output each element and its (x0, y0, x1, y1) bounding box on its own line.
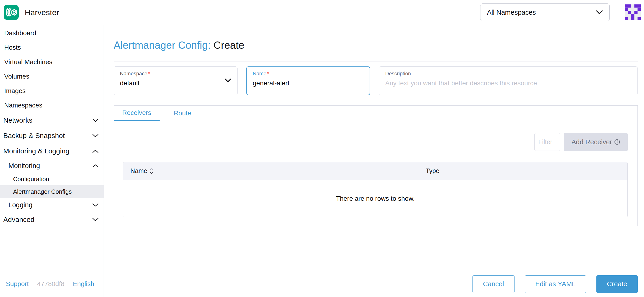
sidebar-group-backup-snapshot[interactable]: Backup & Snapshot (0, 128, 104, 143)
action-bar: Cancel Edit as YAML Create (104, 271, 644, 297)
receivers-panel: Add Receiver Name Type There are no rows… (114, 121, 638, 217)
config-tab-panel: Receivers Route Add Receiver Name (114, 105, 638, 226)
namespace-filter-value: All Namespaces (487, 9, 536, 16)
sidebar-group-logging[interactable]: Logging (0, 198, 104, 212)
create-button[interactable]: Create (596, 275, 638, 293)
sidebar-group-networks[interactable]: Networks (0, 113, 104, 128)
required-asterisk: * (148, 71, 150, 76)
name-field: Name* (246, 66, 370, 95)
table-header-row: Name Type (123, 162, 628, 180)
support-link[interactable]: Support (6, 280, 29, 288)
sidebar-item-volumes[interactable]: Volumes (0, 69, 104, 84)
description-input[interactable] (385, 79, 632, 87)
sort-icon (150, 168, 153, 174)
sidebar-nav: Dashboard Hosts Virtual Machines Volumes… (0, 25, 104, 271)
filter-input[interactable] (534, 133, 560, 151)
resource-type-link[interactable]: Alertmanager Config: (114, 39, 211, 51)
tab-bar: Receivers Route (114, 106, 638, 121)
chevron-up-icon (92, 149, 98, 153)
name-input[interactable] (253, 79, 364, 87)
info-icon (614, 139, 620, 145)
chevron-down-icon (225, 78, 231, 83)
chevron-down-icon (92, 134, 98, 138)
harvester-logo-icon[interactable] (4, 5, 19, 20)
sidebar-item-virtual-machines[interactable]: Virtual Machines (0, 55, 104, 69)
edit-as-yaml-button[interactable]: Edit as YAML (525, 275, 586, 293)
required-asterisk: * (267, 71, 269, 76)
main-content: Alertmanager Config: Create Namespace* d… (104, 25, 644, 271)
footer-meta: Support 47780df8 English (0, 271, 104, 297)
namespace-label: Namespace (120, 71, 147, 76)
name-label: Name (253, 71, 266, 76)
sidebar-group-advanced[interactable]: Advanced (0, 212, 104, 227)
tab-route[interactable]: Route (160, 106, 205, 121)
chevron-down-icon (92, 119, 98, 122)
sidebar-item-dashboard[interactable]: Dashboard (0, 26, 104, 40)
table-empty-state: There are no rows to show. (123, 180, 628, 217)
tab-receivers[interactable]: Receivers (114, 106, 160, 121)
app-title: Harvester (25, 8, 59, 17)
sidebar-item-alertmanager-configs[interactable]: Alertmanager Configs (0, 185, 104, 198)
version-label: 47780df8 (37, 280, 64, 288)
receivers-table: Name Type There are no rows to show. (123, 162, 628, 217)
description-label: Description (385, 71, 411, 76)
sidebar-item-hosts[interactable]: Hosts (0, 40, 104, 55)
sidebar-item-namespaces[interactable]: Namespaces (0, 98, 104, 113)
sidebar-group-monitoring-logging[interactable]: Monitoring & Logging (0, 143, 104, 159)
language-link[interactable]: English (73, 280, 94, 288)
chevron-down-icon (92, 203, 98, 207)
sidebar-item-images[interactable]: Images (0, 84, 104, 98)
namespace-value: default (120, 79, 231, 87)
cancel-button[interactable]: Cancel (472, 275, 514, 293)
add-receiver-button[interactable]: Add Receiver (564, 133, 628, 151)
resource-meta-form: Namespace* default Name* Description (114, 66, 638, 95)
page-title: Alertmanager Config: Create (114, 39, 638, 51)
chevron-up-icon (92, 164, 98, 168)
column-header-name[interactable]: Name (123, 167, 426, 175)
sidebar-item-configuration[interactable]: Configuration (0, 173, 104, 185)
page-action: Create (214, 39, 244, 51)
sidebar-group-monitoring[interactable]: Monitoring (0, 159, 104, 173)
user-avatar[interactable] (625, 4, 641, 20)
title-divider (114, 61, 638, 62)
chevron-down-icon (596, 10, 603, 14)
receivers-toolbar: Add Receiver (123, 133, 628, 151)
column-header-type: Type (426, 167, 628, 175)
chevron-down-icon (92, 218, 98, 222)
namespace-filter-select[interactable]: All Namespaces (480, 3, 610, 21)
description-field: Description (379, 66, 638, 95)
app-footer: Support 47780df8 English Cancel Edit as … (0, 271, 644, 297)
app-header: Harvester All Namespaces (0, 0, 644, 25)
namespace-select[interactable]: Namespace* default (114, 66, 238, 95)
